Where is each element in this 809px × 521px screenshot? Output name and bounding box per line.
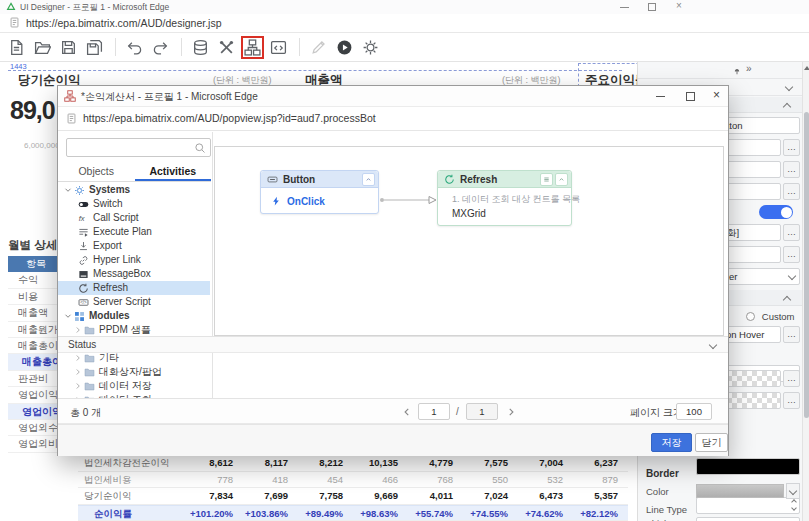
current-page-input[interactable]: 1 [418, 403, 450, 420]
more-button[interactable]: … [783, 370, 800, 387]
tree-item-export[interactable]: Export [58, 239, 210, 253]
tree-item-label: Server Script [93, 295, 151, 309]
custom-radio[interactable]: Custom [746, 311, 795, 322]
chevron-down-small-icon[interactable] [64, 186, 72, 194]
close-dialog-button[interactable]: 닫기 [695, 433, 728, 452]
collapse-node-button[interactable] [555, 173, 568, 186]
pin-icon[interactable] [732, 65, 742, 76]
tree-item-label: PPDM 샘플 [99, 323, 151, 337]
process-flow-canvas[interactable]: Button OnClick Refresh 1. 데이터 조회 대상 컨트롤 … [214, 146, 724, 336]
save-all-icon[interactable] [86, 39, 103, 56]
stepper-arrows-icon[interactable] [792, 498, 796, 512]
more-button[interactable]: … [783, 246, 800, 263]
flow-event-onclick[interactable]: OnClick [261, 188, 378, 207]
cell-value: +74.62% [518, 506, 573, 521]
tools-icon[interactable] [218, 39, 235, 56]
toggle-switch[interactable] [759, 205, 793, 219]
settings-icon[interactable] [362, 39, 379, 56]
new-file-icon[interactable] [8, 39, 25, 56]
run-icon[interactable] [336, 39, 353, 56]
popup-maximize-button[interactable] [686, 92, 695, 101]
tree-item-ppdm-샘플[interactable]: PPDM 샘플 [58, 323, 210, 337]
database-icon[interactable] [192, 39, 209, 56]
close-button[interactable]: × [676, 0, 682, 11]
font-color-field[interactable] [696, 458, 800, 475]
axis-tick-label: 6,000,000 [24, 141, 60, 150]
process-icon[interactable] [244, 39, 261, 56]
edit-icon[interactable] [310, 39, 327, 56]
flow-node-button[interactable]: Button OnClick [260, 170, 379, 214]
undo-icon[interactable] [126, 39, 143, 56]
refresh-node-description: 1. 데이터 조회 대상 컨트롤 목록 [438, 188, 571, 206]
chevron-right-icon[interactable] [74, 368, 82, 376]
cell-value: 10,135 [353, 455, 408, 471]
more-button[interactable]: … [783, 392, 800, 409]
radio-icon [746, 312, 755, 321]
status-section[interactable]: Status [58, 336, 728, 353]
border-color-dropdown[interactable] [786, 483, 800, 499]
thickness-field[interactable]: 1,1,1,1 [696, 517, 800, 521]
prev-page-icon[interactable] [402, 407, 412, 417]
maximize-button[interactable] [648, 3, 656, 11]
tree-item-대화상자/팝업[interactable]: 대화상자/팝업 [58, 365, 210, 379]
tree-item-hyper-link[interactable]: Hyper Link [58, 253, 210, 267]
tree-item-기타[interactable]: 기타 [58, 351, 210, 365]
flow-node-refresh[interactable]: Refresh 1. 데이터 조회 대상 컨트롤 목록 MXGrid [437, 170, 572, 226]
minimize-button[interactable] [620, 7, 629, 8]
next-page-icon[interactable] [506, 407, 516, 417]
more-button[interactable]: … [783, 161, 800, 178]
popup-minimize-button[interactable] [656, 96, 665, 97]
popup-address-bar[interactable]: https://epa.bimatrix.com/AUD/popview.jsp… [58, 107, 728, 131]
tree-section-systems[interactable]: Systems [58, 183, 210, 197]
kpi-value: 89,0 [10, 96, 55, 125]
node-menu-button[interactable] [540, 173, 553, 186]
address-bar[interactable]: https://epa.bimatrix.com/AUD/designer.js… [0, 14, 809, 33]
black-color-swatch[interactable] [696, 458, 800, 475]
cell-value: 6,473 [518, 488, 573, 504]
page-separator: / [456, 406, 459, 417]
selection-border [8, 70, 622, 71]
tree-item-label: 대화상자/팝업 [99, 365, 162, 379]
more-button[interactable]: … [783, 139, 800, 156]
more-button[interactable]: … [783, 183, 800, 200]
thickness-value[interactable]: 1,1,1,1 [696, 517, 800, 521]
redo-icon[interactable] [152, 39, 169, 56]
more-button[interactable]: … [783, 326, 800, 343]
tree-section-modules[interactable]: Modules [58, 309, 210, 323]
open-icon[interactable] [34, 39, 51, 56]
number-stepper[interactable] [696, 497, 800, 514]
chevron-right-icon[interactable] [74, 354, 82, 362]
chevron-down-small-icon[interactable] [64, 312, 72, 320]
save-icon[interactable] [60, 39, 77, 56]
flow-node-button-header[interactable]: Button [261, 171, 378, 188]
tree-item-데이터-저장[interactable]: 데이터 저장 [58, 379, 210, 393]
tree-item-call-script[interactable]: fxCall Script [58, 211, 210, 225]
tab-objects[interactable]: Objects [58, 162, 135, 181]
tree-item-execute-plan[interactable]: Execute Plan [58, 225, 210, 239]
tab-activities[interactable]: Activities [135, 162, 212, 181]
scrollbar-thumb[interactable] [804, 112, 809, 418]
page-size-input[interactable]: 100 [676, 403, 712, 420]
collapse-node-button[interactable] [362, 173, 375, 186]
tree-item-server-script[interactable]: </>Server Script [58, 295, 210, 309]
tree-item-refresh[interactable]: Refresh [58, 281, 210, 295]
chevron-right-icon[interactable] [74, 326, 82, 334]
popup-close-button[interactable]: × [713, 88, 720, 102]
code-window-icon[interactable] [270, 39, 287, 56]
url-text: https://epa.bimatrix.com/AUD/designer.js… [26, 17, 222, 29]
cell-value: 454 [298, 472, 353, 488]
collapse-panel-icon[interactable]: » [746, 63, 752, 74]
tree-item-switch[interactable]: Switch [58, 197, 210, 211]
save-button[interactable]: 저장 [651, 433, 692, 452]
cell-value: 7,024 [463, 488, 518, 504]
cell-value: +101.20% [188, 506, 243, 521]
activity-search-input[interactable] [66, 138, 211, 157]
border-color-swatch[interactable] [696, 484, 784, 498]
chevron-down-icon[interactable] [785, 83, 793, 91]
total-count-label: 총 0 개 [70, 406, 101, 420]
scroll-up-icon[interactable] [804, 66, 809, 70]
tree-item-messagebox[interactable]: MessageBox [58, 267, 210, 281]
chevron-right-icon[interactable] [74, 382, 82, 390]
more-button[interactable]: … [783, 224, 800, 241]
flow-node-refresh-header[interactable]: Refresh [438, 171, 571, 188]
